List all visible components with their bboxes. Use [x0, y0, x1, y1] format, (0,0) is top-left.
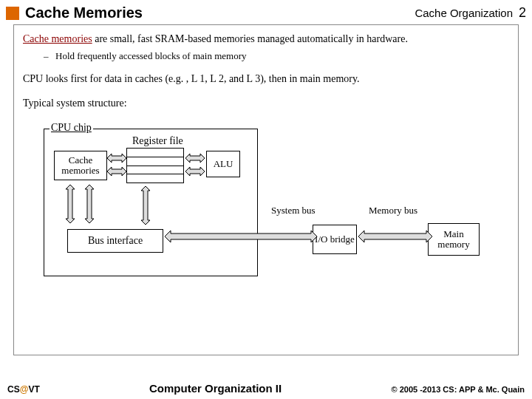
slide-header: Cache Memories Cache Organization 2 [0, 0, 532, 23]
io-bridge-box: I/O bridge [313, 225, 357, 254]
page-number: 2 [519, 5, 526, 21]
alu-label: ALU [214, 157, 233, 171]
bullet-dash-icon: – [44, 50, 50, 63]
register-row [127, 149, 183, 157]
cache-label: Cache memories [55, 155, 106, 177]
accent-box-icon [6, 7, 19, 20]
system-bus-label: System bus [271, 204, 316, 217]
alu-box: ALU [206, 151, 240, 177]
cache-memories-box: Cache memories [54, 151, 107, 180]
footer-at: @ [20, 384, 29, 395]
intro-underlined: Cache memories [23, 33, 92, 44]
cpu-chip-label: CPU chip [50, 121, 93, 135]
content-frame: Cache memories are small, fast SRAM-base… [13, 24, 519, 355]
paragraph-3: Typical system structure: [23, 97, 509, 111]
intro-rest: are small, fast SRAM-based memories mana… [92, 33, 408, 44]
footer-vt: VT [28, 384, 39, 395]
system-diagram: CPU chip Register file Cache memories AL… [23, 121, 496, 291]
footer-center: Computer Organization II [40, 382, 392, 395]
register-row [127, 157, 183, 166]
slide-footer: CS@VT Computer Organization II © 2005 -2… [0, 382, 532, 395]
footer-left: CS@VT [7, 384, 40, 395]
list-item: – Hold frequently accessed blocks of mai… [44, 50, 509, 63]
slide-subtitle: Cache Organization [415, 7, 513, 19]
register-row [127, 174, 183, 183]
main-memory-label: Main memory [429, 229, 479, 250]
svg-marker-5 [358, 231, 432, 242]
subtitle-wrap: Cache Organization 2 [415, 5, 526, 21]
register-file-box [126, 148, 184, 183]
memory-bus-label: Memory bus [369, 204, 417, 217]
bus-interface-label: Bus interface [88, 234, 143, 248]
intro-paragraph: Cache memories are small, fast SRAM-base… [23, 33, 509, 47]
io-bridge-label: I/O bridge [315, 234, 355, 245]
register-file-label: Register file [132, 134, 183, 149]
bus-interface-box: Bus interface [67, 229, 163, 253]
bullet-list: – Hold frequently accessed blocks of mai… [44, 50, 509, 63]
footer-right: © 2005 -2013 CS: APP & Mc. Quain [391, 385, 525, 394]
paragraph-2: CPU looks first for data in caches (e.g.… [23, 72, 509, 86]
main-memory-box: Main memory [428, 223, 480, 256]
register-row [127, 166, 183, 175]
slide-title: Cache Memories [25, 4, 415, 21]
footer-cs: CS [7, 384, 20, 395]
bullet-text: Hold frequently accessed blocks of main … [55, 50, 246, 63]
